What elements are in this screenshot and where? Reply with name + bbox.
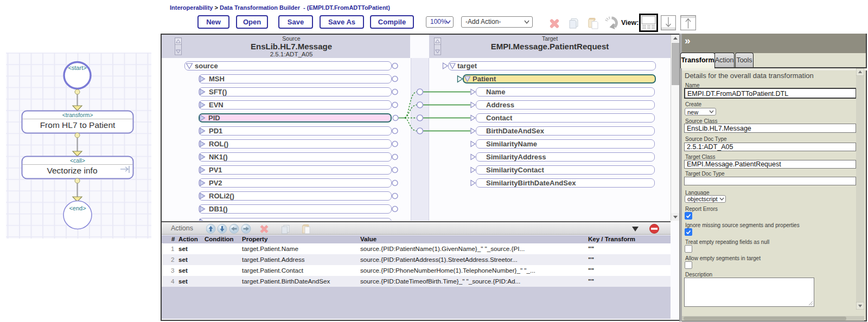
svg-text:From HL7 to Patient: From HL7 to Patient — [40, 120, 116, 130]
svg-text:<transform>: <transform> — [62, 112, 93, 118]
svg-text:Vectorize info: Vectorize info — [47, 166, 97, 175]
svg-text:<start>: <start> — [68, 65, 86, 71]
svg-text:<call>: <call> — [70, 157, 85, 164]
svg-text:<end>: <end> — [69, 205, 86, 211]
